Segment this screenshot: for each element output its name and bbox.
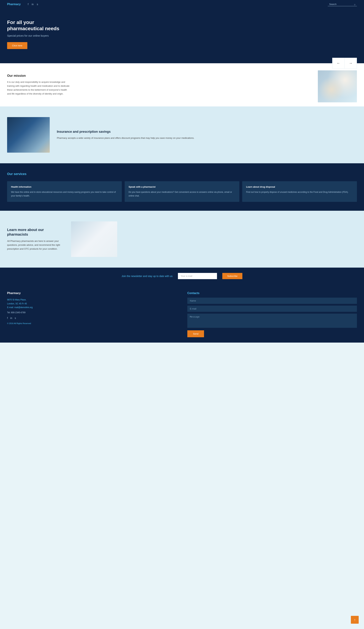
services-title: Our services [7, 172, 357, 176]
footer-copyright: © 2016 All Rights Reserved [7, 322, 177, 324]
newsletter-section: Join the newsletter and stay up to date … [0, 268, 364, 285]
mission-body: It is our duty and responsibility to acq… [7, 80, 71, 96]
service-card-health: Health information We have the online an… [7, 181, 122, 202]
search-bar: ⌕ [328, 2, 357, 6]
hero-cta-button[interactable]: Click here [7, 42, 27, 49]
footer-address-line1: 9870 St Mary Place, [7, 299, 26, 301]
newsletter-text: Join the newsletter and stay up to date … [122, 275, 173, 278]
footer-contacts-title: Contacts [187, 292, 357, 295]
mission-image [318, 70, 357, 102]
footer-send-button[interactable]: Send [187, 330, 204, 337]
insurance-title: Insurance and prescription savings [57, 130, 357, 134]
facebook-icon[interactable]: f [28, 3, 29, 6]
insurance-section: Insurance and prescription savings Pharm… [0, 106, 364, 163]
footer-name-input[interactable] [187, 298, 357, 304]
footer-facebook-icon[interactable]: f [7, 317, 8, 319]
search-input[interactable] [329, 3, 354, 5]
footer-address-line2: London, SC 45 Fr 45 [7, 303, 27, 305]
footer-address: 9870 St Mary Place, London, SC 45 Fr 45 … [7, 298, 177, 310]
footer-right: Contacts Send [187, 292, 357, 337]
service-pharmacist-body: Do you have questions about your medicat… [128, 190, 236, 198]
mission-title: Our mission [7, 74, 71, 78]
services-section: Our services Health information We have … [0, 163, 364, 211]
mission-section: Our mission It is our duty and responsib… [0, 63, 364, 106]
service-health-title: Health information [11, 185, 118, 188]
search-icon: ⌕ [354, 3, 356, 6]
insurance-text: Insurance and prescription savings Pharm… [57, 130, 357, 140]
footer-email[interactable]: mail@demolink.org [14, 306, 33, 309]
pharmacists-section: Learn more about our pharmacists All Pha… [0, 211, 364, 268]
hero-navigation: ← → [332, 58, 357, 69]
navbar-social: f in s [28, 3, 38, 6]
hero-subtitle: Special prices for our online buyers [7, 34, 71, 37]
footer-email-label: E-mail: [7, 306, 14, 309]
navbar-brand[interactable]: Pharmacy [7, 3, 21, 6]
newsletter-email-input[interactable] [178, 273, 217, 279]
service-disposal-title: Learn about drug disposal [246, 185, 353, 188]
newsletter-subscribe-button[interactable]: Subscribe [222, 273, 243, 279]
hero-content: For all your pharmaceutical needs Specia… [7, 19, 71, 49]
hero-title: For all your pharmaceutical needs [7, 19, 71, 32]
footer-social: f in s [7, 317, 177, 319]
service-card-disposal: Learn about drug disposal Find out how t… [242, 181, 357, 202]
insurance-image [7, 117, 50, 153]
services-grid: Health information We have the online an… [7, 181, 357, 202]
footer-brand: Pharmacy [7, 292, 177, 295]
service-pharmacist-title: Speak with a pharmacist [128, 185, 236, 188]
hero-section: For all your pharmaceutical needs Specia… [0, 8, 364, 63]
pharmacists-title: Learn more about our pharmacists [7, 227, 64, 237]
footer-left: Pharmacy 9870 St Mary Place, London, SC … [7, 292, 177, 337]
footer-linkedin-icon[interactable]: in [10, 317, 12, 319]
footer-message-input[interactable] [187, 314, 357, 328]
footer-email-input[interactable] [187, 306, 357, 312]
hero-prev-button[interactable]: ← [332, 58, 345, 68]
pharmacists-body: All Pharmacy pharmacists are here to ans… [7, 239, 64, 251]
service-health-body: We have the online and in-store educatio… [11, 190, 118, 198]
pharmacists-text: Learn more about our pharmacists All Pha… [7, 227, 64, 251]
footer-tel: Tel: 800-2345-6789 [7, 311, 177, 314]
footer-skype-icon[interactable]: s [15, 317, 16, 319]
service-card-pharmacist: Speak with a pharmacist Do you have ques… [125, 181, 239, 202]
hero-next-button[interactable]: → [345, 58, 357, 68]
skype-icon[interactable]: s [37, 3, 38, 6]
navbar: Pharmacy f in s ⌕ [0, 0, 364, 8]
insurance-body: Pharmacy accepts a wide variety of insur… [57, 136, 357, 140]
mission-image-inner [318, 70, 357, 102]
mission-text: Our mission It is our duty and responsib… [7, 74, 71, 96]
service-disposal-body: Find out how to properly dispose of unus… [246, 190, 353, 194]
footer: Pharmacy 9870 St Mary Place, London, SC … [0, 285, 364, 342]
footer-contact-form: Send [187, 298, 357, 337]
pharmacists-image [71, 221, 117, 257]
linkedin-icon[interactable]: in [32, 3, 34, 6]
